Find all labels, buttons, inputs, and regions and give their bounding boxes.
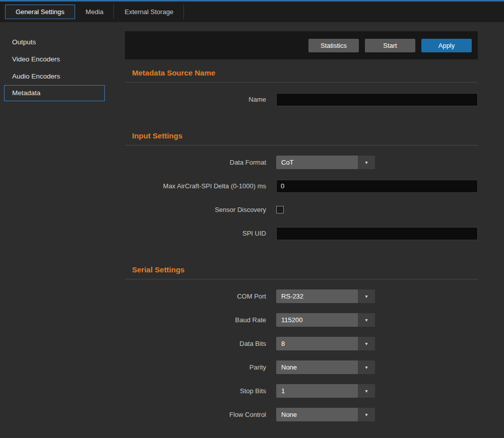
data-bits-select[interactable]: 8 ▾ xyxy=(276,337,375,350)
baud-rate-select[interactable]: 115200 ▾ xyxy=(276,313,375,327)
flow-control-label: Flow Control xyxy=(125,411,266,418)
sensor-discovery-row: Sensor Discovery xyxy=(125,203,478,216)
tab-label: General Settings xyxy=(16,8,65,16)
parity-label: Parity xyxy=(125,363,266,371)
tab-label: External Storage xyxy=(124,8,173,16)
name-label: Name xyxy=(125,96,266,103)
sensor-discovery-label: Sensor Discovery xyxy=(125,206,266,213)
max-delta-input[interactable] xyxy=(276,180,478,193)
sidebar-item-label: Metadata xyxy=(12,89,40,97)
spi-uid-label: SPI UID xyxy=(125,230,266,237)
com-port-label: COM Port xyxy=(125,293,266,300)
parity-value: None xyxy=(276,363,358,371)
chevron-down-icon: ▾ xyxy=(358,156,375,169)
com-port-row: COM Port RS-232 ▾ xyxy=(125,289,478,303)
chevron-down-icon: ▾ xyxy=(358,384,375,398)
parity-row: Parity None ▾ xyxy=(125,360,478,374)
stop-bits-row: Stop Bits 1 ▾ xyxy=(125,384,478,398)
section-metadata-source-name: Metadata Source Name Name xyxy=(125,59,478,106)
main-content: Statistics Start Apply Metadata Source N… xyxy=(125,22,478,438)
data-format-row: Data Format CoT ▾ xyxy=(125,156,478,169)
tab-media[interactable]: Media xyxy=(75,5,114,19)
name-input[interactable] xyxy=(276,93,478,106)
spi-uid-input[interactable] xyxy=(276,227,478,240)
tab-external-storage[interactable]: External Storage xyxy=(114,5,184,19)
sidebar-item-metadata[interactable]: Metadata xyxy=(4,85,105,101)
data-format-label: Data Format xyxy=(125,159,266,166)
max-delta-label: Max AirCraft-SPI Delta (0-1000) ms xyxy=(125,182,266,190)
sensor-discovery-checkbox[interactable] xyxy=(276,206,284,213)
parity-select[interactable]: None ▾ xyxy=(276,360,375,374)
page-body: Outputs Video Encoders Audio Encoders Me… xyxy=(0,22,504,438)
start-button[interactable]: Start xyxy=(365,39,415,52)
sidebar-item-label: Outputs xyxy=(12,38,36,46)
max-delta-row: Max AirCraft-SPI Delta (0-1000) ms xyxy=(125,179,478,193)
chevron-down-icon: ▾ xyxy=(358,360,375,374)
data-bits-label: Data Bits xyxy=(125,340,266,347)
spi-uid-row: SPI UID xyxy=(125,227,478,240)
sidebar-item-audio-encoders[interactable]: Audio Encoders xyxy=(0,68,125,85)
flow-control-row: Flow Control None ▾ xyxy=(125,408,478,421)
chevron-down-icon: ▾ xyxy=(358,337,375,350)
section-title: Input Settings xyxy=(125,116,478,145)
flow-control-value: None xyxy=(276,411,358,418)
tab-general-settings[interactable]: General Settings xyxy=(5,5,75,19)
stop-bits-select[interactable]: 1 ▾ xyxy=(276,384,375,398)
section-title: Serial Settings xyxy=(125,250,478,279)
data-format-value: CoT xyxy=(276,159,358,166)
chevron-down-icon: ▾ xyxy=(358,408,375,421)
chevron-down-icon: ▾ xyxy=(358,313,375,327)
tab-label: Media xyxy=(86,8,103,16)
stop-bits-label: Stop Bits xyxy=(125,387,266,395)
data-bits-row: Data Bits 8 ▾ xyxy=(125,337,478,350)
apply-button[interactable]: Apply xyxy=(421,39,472,52)
baud-rate-value: 115200 xyxy=(276,316,358,324)
com-port-value: RS-232 xyxy=(276,293,358,300)
sidebar-item-video-encoders[interactable]: Video Encoders xyxy=(0,51,125,68)
section-title: Metadata Source Name xyxy=(125,59,478,83)
statistics-button[interactable]: Statistics xyxy=(308,39,359,52)
baud-rate-label: Baud Rate xyxy=(125,316,266,324)
sidebar: Outputs Video Encoders Audio Encoders Me… xyxy=(0,22,125,438)
sidebar-item-label: Audio Encoders xyxy=(12,72,60,80)
sidebar-item-outputs[interactable]: Outputs xyxy=(0,34,125,51)
top-tab-bar: General Settings Media External Storage xyxy=(0,0,504,22)
data-format-select[interactable]: CoT ▾ xyxy=(276,156,375,169)
name-row: Name xyxy=(125,93,478,106)
action-toolbar: Statistics Start Apply xyxy=(125,31,478,59)
sidebar-item-label: Video Encoders xyxy=(12,55,60,63)
section-serial-settings: Serial Settings COM Port RS-232 ▾ Baud R… xyxy=(125,250,478,421)
stop-bits-value: 1 xyxy=(276,387,358,395)
section-input-settings: Input Settings Data Format CoT ▾ Max Air… xyxy=(125,116,478,240)
data-bits-value: 8 xyxy=(276,340,358,347)
com-port-select[interactable]: RS-232 ▾ xyxy=(276,289,375,303)
chevron-down-icon: ▾ xyxy=(358,289,375,303)
flow-control-select[interactable]: None ▾ xyxy=(276,408,375,421)
baud-rate-row: Baud Rate 115200 ▾ xyxy=(125,313,478,327)
